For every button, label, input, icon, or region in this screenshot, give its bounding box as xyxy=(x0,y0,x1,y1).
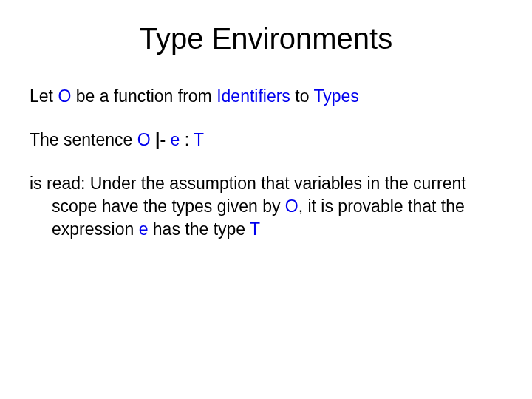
symbol-O: O xyxy=(285,197,299,216)
text: be a function from xyxy=(71,86,216,106)
line-reading: is read: Under the assumption that varia… xyxy=(30,172,502,241)
symbol-T: T xyxy=(250,219,260,239)
slide-body: Let O be a function from Identifiers to … xyxy=(30,85,502,241)
symbol-O: O xyxy=(58,86,71,106)
symbol-e: e xyxy=(171,130,180,149)
text: : xyxy=(180,130,194,149)
symbol-O: O xyxy=(137,130,151,149)
text: has the type xyxy=(148,219,250,239)
term-types: Types xyxy=(313,86,358,106)
symbol-T: T xyxy=(194,130,204,149)
slide-container: Type Environments Let O be a function fr… xyxy=(0,0,532,399)
line-sentence: The sentence O |- e : T xyxy=(30,129,502,151)
text: Let xyxy=(30,86,58,106)
turnstile-symbol: |- xyxy=(151,130,171,149)
term-identifiers: Identifiers xyxy=(216,86,290,106)
text: to xyxy=(290,86,314,106)
line-definition: Let O be a function from Identifiers to … xyxy=(30,85,502,108)
text: The sentence xyxy=(30,130,137,149)
symbol-e: e xyxy=(139,219,149,239)
slide-title: Type Environments xyxy=(30,22,502,55)
